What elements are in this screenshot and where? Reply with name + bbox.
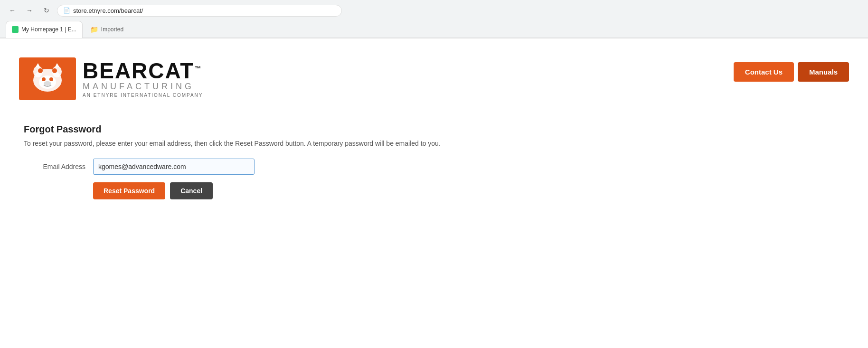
tab-favicon-green [12,26,19,33]
reset-password-button[interactable]: Reset Password [93,182,165,199]
address-bar[interactable]: 📄 store.etnyre.com/bearcat/ [57,5,342,17]
folder-icon: 📁 [90,26,98,33]
email-form-row: Email Address [24,159,844,175]
logo-badge [19,57,76,100]
cancel-button[interactable]: Cancel [170,182,213,199]
browser-chrome: ← → ↻ 📄 store.etnyre.com/bearcat/ My Hom… [0,0,868,38]
svg-point-8 [44,81,51,86]
manuals-button[interactable]: Manuals [798,62,849,82]
main-content: Forgot Password To reset your password, … [19,124,849,199]
tab-bar: My Homepage 1 | E... 📁 Imported [0,21,868,38]
logo-container: BEARCAT™ MANUFACTURING AN ETNYRE INTERNA… [19,57,203,100]
contact-us-button[interactable]: Contact Us [734,62,794,82]
address-bar-icon: 📄 [63,7,70,14]
logo-text-container: BEARCAT™ MANUFACTURING AN ETNYRE INTERNA… [83,60,203,98]
svg-point-3 [38,68,43,73]
trademark-symbol: ™ [194,64,202,72]
reload-button[interactable]: ↻ [40,4,53,17]
address-text: store.etnyre.com/bearcat/ [73,7,143,14]
svg-point-7 [49,77,53,81]
email-label: Email Address [24,163,85,170]
back-button[interactable]: ← [6,4,19,17]
header-buttons: Contact Us Manuals [734,57,849,82]
logo-title: BEARCAT™ [83,60,203,82]
svg-point-6 [42,77,46,81]
tab-homepage-label: My Homepage 1 | E... [21,26,76,33]
forgot-password-description: To reset your password, please enter you… [24,140,844,147]
site-header: BEARCAT™ MANUFACTURING AN ETNYRE INTERNA… [19,48,849,110]
browser-toolbar: ← → ↻ 📄 store.etnyre.com/bearcat/ [0,0,868,21]
tab-homepage[interactable]: My Homepage 1 | E... [6,21,83,38]
tab-imported[interactable]: 📁 Imported [85,21,129,38]
page-content: BEARCAT™ MANUFACTURING AN ETNYRE INTERNA… [0,38,868,348]
email-input[interactable] [93,159,255,175]
bearcat-svg-icon [28,62,66,95]
tab-imported-label: Imported [101,26,123,33]
svg-point-4 [52,68,57,73]
forgot-password-title: Forgot Password [24,124,844,135]
forward-button[interactable]: → [23,4,36,17]
logo-manufacturing: MANUFACTURING [83,82,203,92]
logo-tagline: AN ETNYRE INTERNATIONAL COMPANY [83,93,203,98]
form-buttons: Reset Password Cancel [93,182,844,199]
